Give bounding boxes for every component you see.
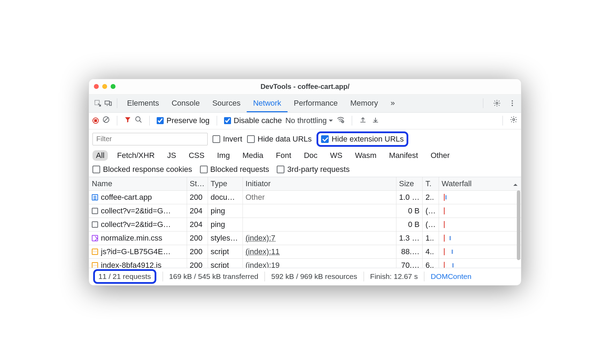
tab-more[interactable]: » (384, 94, 401, 112)
type-media[interactable]: Media (239, 150, 267, 161)
type-cell: ping (208, 218, 243, 231)
waterfall-cell (442, 235, 518, 242)
type-cell: ping (208, 204, 243, 218)
filter-input[interactable] (92, 133, 208, 145)
resource-type-filters: All Fetch/XHR JS CSS Img Media Font Doc … (89, 149, 521, 164)
request-name: js?id=G-LB75G4E… (101, 247, 171, 256)
inspect-icon[interactable] (92, 99, 103, 107)
col-waterfall-header[interactable]: Waterfall (439, 177, 521, 191)
blocked-requests-checkbox[interactable]: Blocked requests (200, 165, 269, 174)
hide-data-urls-checkbox[interactable]: Hide data URLs (247, 135, 312, 144)
network-settings-icon[interactable] (510, 116, 518, 126)
type-ws[interactable]: WS (327, 150, 346, 161)
initiator-link[interactable]: (index):11 (246, 247, 280, 256)
checkbox-icon (213, 135, 220, 143)
divider (352, 116, 352, 126)
type-img[interactable]: Img (214, 150, 233, 161)
type-cell: script (208, 258, 243, 268)
file-sq-icon (92, 208, 98, 214)
invert-checkbox[interactable]: Invert (213, 135, 242, 144)
file-doc-icon (92, 194, 98, 200)
initiator-link[interactable]: (index):7 (246, 234, 276, 242)
col-size-header[interactable]: Size (396, 177, 423, 191)
svg-point-6 (512, 105, 513, 106)
close-window-button[interactable] (94, 84, 99, 89)
tab-console[interactable]: Console (165, 94, 206, 112)
divider (117, 116, 117, 126)
table-row[interactable]: index-8bfa4912.js 200 script (index):19 … (89, 258, 521, 268)
svg-point-5 (512, 103, 513, 104)
file-js-icon (92, 249, 98, 255)
scrollbar[interactable] (517, 190, 520, 260)
table-row[interactable]: normalize.min.css 200 styles… (index):7 … (89, 231, 521, 245)
col-time-header[interactable]: T. (423, 177, 439, 191)
status-cell: 200 (187, 245, 208, 258)
time-cell: 2.. (423, 190, 439, 204)
type-other[interactable]: Other (427, 150, 453, 161)
svg-point-10 (513, 119, 515, 121)
svg-rect-1 (105, 101, 110, 104)
type-cell: styles… (208, 231, 243, 245)
tab-sources[interactable]: Sources (206, 94, 247, 112)
type-manifest[interactable]: Manifest (386, 150, 422, 161)
blocked-cookies-checkbox[interactable]: Blocked response cookies (92, 165, 192, 174)
tab-memory[interactable]: Memory (344, 94, 384, 112)
divider (217, 116, 217, 126)
type-css[interactable]: CSS (185, 150, 208, 161)
table-row[interactable]: collect?v=2&tid=G… 204 ping 0 B (… (89, 218, 521, 231)
table-row[interactable]: js?id=G-LB75G4E… 200 script (index):11 8… (89, 245, 521, 258)
record-button[interactable] (92, 117, 99, 124)
type-fetch-xhr[interactable]: Fetch/XHR (113, 150, 158, 161)
search-icon[interactable] (135, 116, 142, 126)
throttling-select[interactable]: No throttling (285, 116, 333, 125)
col-name-header[interactable]: Name (89, 177, 187, 191)
gear-icon[interactable] (492, 99, 502, 107)
time-cell: 6.. (423, 258, 439, 268)
tab-network[interactable]: Network (247, 94, 288, 112)
col-initiator-header[interactable]: Initiator (243, 177, 396, 191)
type-all[interactable]: All (92, 150, 108, 161)
checkbox-icon (247, 135, 255, 143)
request-name: normalize.min.css (101, 234, 162, 243)
table-header-row: Name St… Type Initiator Size T. Waterfal… (89, 177, 521, 191)
download-har-icon[interactable] (372, 116, 379, 126)
clear-button[interactable] (102, 116, 110, 126)
table-row[interactable]: coffee-cart.app 200 docu… Other 1.0 … 2.… (89, 190, 521, 204)
size-cell: 0 B (396, 218, 423, 231)
device-toolbar-icon[interactable] (103, 99, 113, 107)
disable-cache-input[interactable] (224, 117, 231, 124)
preserve-log-checkbox[interactable]: Preserve log (157, 116, 210, 125)
tab-elements[interactable]: Elements (121, 94, 165, 112)
col-type-header[interactable]: Type (208, 177, 243, 191)
table-row[interactable]: collect?v=2&tid=G… 204 ping 0 B (… (89, 204, 521, 218)
size-cell: 70.… (396, 258, 423, 268)
svg-rect-2 (110, 102, 112, 105)
initiator-text: Other (246, 193, 265, 202)
kebab-icon[interactable] (507, 99, 518, 107)
preserve-log-input[interactable] (157, 117, 164, 124)
network-conditions-icon[interactable] (336, 115, 345, 126)
status-cell: 204 (187, 218, 208, 231)
disable-cache-checkbox[interactable]: Disable cache (224, 116, 282, 125)
type-wasm[interactable]: Wasm (351, 150, 380, 161)
filter-icon[interactable] (124, 116, 131, 125)
request-name: collect?v=2&tid=G… (101, 206, 171, 215)
type-js[interactable]: JS (164, 150, 180, 161)
checkbox-icon (92, 166, 100, 173)
waterfall-cell (442, 262, 518, 268)
type-doc[interactable]: Doc (300, 150, 321, 161)
time-cell: 4.. (423, 245, 439, 258)
upload-har-icon[interactable] (359, 116, 367, 126)
extra-filters: Blocked response cookies Blocked request… (89, 164, 521, 177)
maximize-window-button[interactable] (111, 84, 116, 89)
minimize-window-button[interactable] (102, 84, 107, 89)
col-status-header[interactable]: St… (187, 177, 208, 191)
window-controls (94, 84, 116, 89)
tab-performance[interactable]: Performance (288, 94, 344, 112)
type-font[interactable]: Font (273, 150, 295, 161)
third-party-checkbox[interactable]: 3rd-party requests (277, 165, 350, 174)
initiator-link[interactable]: (index):19 (246, 261, 280, 268)
time-cell: (… (423, 204, 439, 218)
hide-extension-urls-checkbox[interactable]: Hide extension URLs (317, 131, 408, 147)
type-cell: script (208, 245, 243, 258)
